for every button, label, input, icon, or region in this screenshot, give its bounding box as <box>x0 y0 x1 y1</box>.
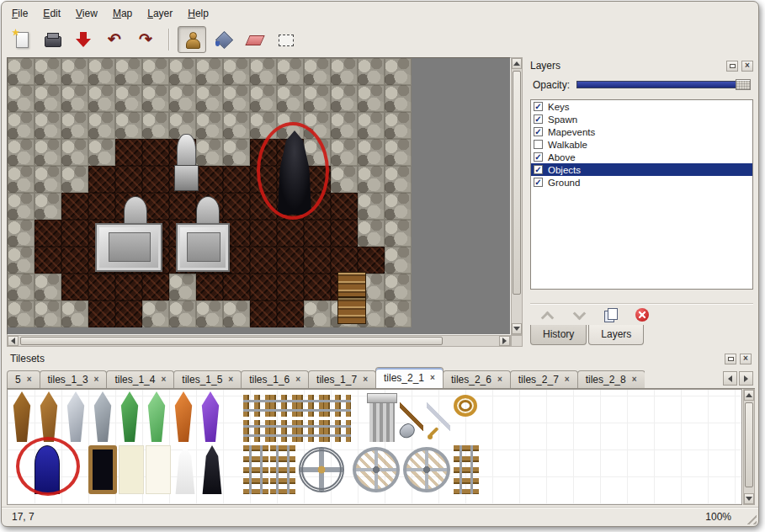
layer-visibility-checkbox[interactable]: ✓ <box>534 152 543 162</box>
floor-tile[interactable] <box>331 220 358 247</box>
wall-tile[interactable] <box>35 139 61 166</box>
wall-tile[interactable] <box>196 58 223 85</box>
tileset-tile-trackv[interactable] <box>243 445 268 494</box>
wall-tile[interactable] <box>331 139 358 166</box>
tileset-tile-trackh[interactable] <box>324 420 351 442</box>
floor-tile[interactable] <box>115 139 142 166</box>
map-horizontal-scrollbar[interactable] <box>7 335 511 347</box>
wall-tile[interactable] <box>304 58 331 85</box>
wall-tile[interactable] <box>88 112 115 139</box>
wall-tile[interactable] <box>8 85 35 112</box>
wall-tile[interactable] <box>385 274 412 301</box>
tabs-scroll-right-button[interactable] <box>739 371 753 386</box>
menu-help[interactable]: Help <box>181 5 215 22</box>
close-tab-icon[interactable]: × <box>228 375 233 384</box>
map-canvas[interactable] <box>8 58 412 327</box>
wall-tile[interactable] <box>196 112 223 139</box>
wall-tile[interactable] <box>142 85 169 112</box>
wall-tile[interactable] <box>88 85 115 112</box>
opacity-slider[interactable] <box>576 79 751 91</box>
layer-row-walkable[interactable]: Walkable <box>531 138 752 151</box>
close-tab-icon[interactable]: × <box>565 375 570 384</box>
wall-tile[interactable] <box>358 139 385 166</box>
wall-tile[interactable] <box>196 139 223 166</box>
tileset-tile-trackh[interactable] <box>243 420 270 442</box>
scrollbar-thumb[interactable] <box>745 402 753 487</box>
tileset-tile-crystal[interactable] <box>90 391 115 442</box>
wall-tile[interactable] <box>385 220 412 247</box>
wall-tile[interactable] <box>61 112 88 139</box>
tileset-tile-column[interactable] <box>369 393 395 442</box>
wall-tile[interactable] <box>358 85 385 112</box>
layer-visibility-checkbox[interactable]: ✓ <box>534 178 543 187</box>
menu-file[interactable]: File <box>5 5 35 22</box>
tileset-tile-framedoor[interactable] <box>88 445 117 494</box>
wall-tile[interactable] <box>169 58 196 85</box>
close-tab-icon[interactable]: × <box>497 375 502 384</box>
wall-tile[interactable] <box>169 85 196 112</box>
tileset-tile-wheeltrack[interactable] <box>403 447 450 492</box>
wall-tile[interactable] <box>385 301 412 327</box>
stamp-tool-button[interactable] <box>178 26 206 53</box>
wall-tile[interactable] <box>385 85 412 112</box>
scroll-down-button[interactable] <box>744 493 754 504</box>
scroll-up-button[interactable] <box>512 58 522 69</box>
wall-tile[interactable] <box>8 58 35 85</box>
wall-tile[interactable] <box>385 139 412 166</box>
wall-tile[interactable] <box>250 58 277 85</box>
duplicate-layer-button[interactable] <box>601 306 621 324</box>
close-tab-icon[interactable]: × <box>632 375 637 384</box>
tileset-tile-rope[interactable] <box>454 395 477 417</box>
select-tool-button[interactable] <box>271 26 300 53</box>
floor-tile[interactable] <box>142 274 169 301</box>
menu-layer[interactable]: Layer <box>141 5 179 22</box>
floor-tile[interactable] <box>277 220 304 247</box>
tileset-tile-trackh[interactable] <box>297 420 324 442</box>
close-tab-icon[interactable]: × <box>94 375 99 384</box>
wall-tile[interactable] <box>223 85 250 112</box>
wall-tile[interactable] <box>358 220 385 247</box>
floor-tile[interactable] <box>250 274 277 301</box>
tileset-tab-tiles_2_6[interactable]: tiles_2_6× <box>443 370 511 388</box>
wall-tile[interactable] <box>35 112 61 139</box>
tabs-scroll-left-button[interactable] <box>723 371 737 386</box>
wall-tile[interactable] <box>331 85 358 112</box>
tileset-tab-tiles_2_7[interactable]: tiles_2_7× <box>510 370 578 388</box>
close-tab-icon[interactable]: × <box>161 375 166 384</box>
scroll-up-button[interactable] <box>744 390 754 401</box>
wall-tile[interactable] <box>8 139 35 166</box>
wall-tile[interactable] <box>385 166 412 193</box>
tileset-tile-hood[interactable] <box>173 445 198 494</box>
floor-tile[interactable] <box>61 220 88 247</box>
layer-row-spawn[interactable]: ✓Spawn <box>531 113 752 125</box>
floor-tile[interactable] <box>35 247 61 274</box>
tomb-right[interactable] <box>176 223 230 272</box>
wall-tile[interactable] <box>223 58 250 85</box>
opacity-slider-handle[interactable] <box>736 79 751 90</box>
floor-tile[interactable] <box>115 166 142 193</box>
wall-tile[interactable] <box>304 301 331 327</box>
scroll-right-button[interactable] <box>499 336 510 346</box>
undo-button[interactable]: ↶ <box>100 26 129 53</box>
wall-tile[interactable] <box>8 274 35 301</box>
wall-tile[interactable] <box>223 301 250 327</box>
floor-tile[interactable] <box>250 301 277 327</box>
wall-tile[interactable] <box>35 85 61 112</box>
tilesets-float-button[interactable] <box>725 354 736 364</box>
scrollbar-thumb[interactable] <box>513 71 521 295</box>
tileset-tab-tiles_1_3[interactable]: tiles_1_3× <box>40 370 108 388</box>
wall-tile[interactable] <box>61 139 88 166</box>
wall-tile[interactable] <box>169 301 196 327</box>
floor-tile[interactable] <box>277 301 304 327</box>
scrollbar-track[interactable] <box>744 401 754 493</box>
floor-tile[interactable] <box>88 301 115 327</box>
wall-tile[interactable] <box>385 247 412 274</box>
floor-tile[interactable] <box>277 274 304 301</box>
tileset-tile-trackh[interactable] <box>243 395 270 417</box>
wall-tile[interactable] <box>61 166 88 193</box>
wall-tile[interactable] <box>196 85 223 112</box>
wall-tile[interactable] <box>331 112 358 139</box>
wall-tile[interactable] <box>8 193 35 220</box>
wall-tile[interactable] <box>142 112 169 139</box>
layers-float-button[interactable] <box>726 61 738 72</box>
